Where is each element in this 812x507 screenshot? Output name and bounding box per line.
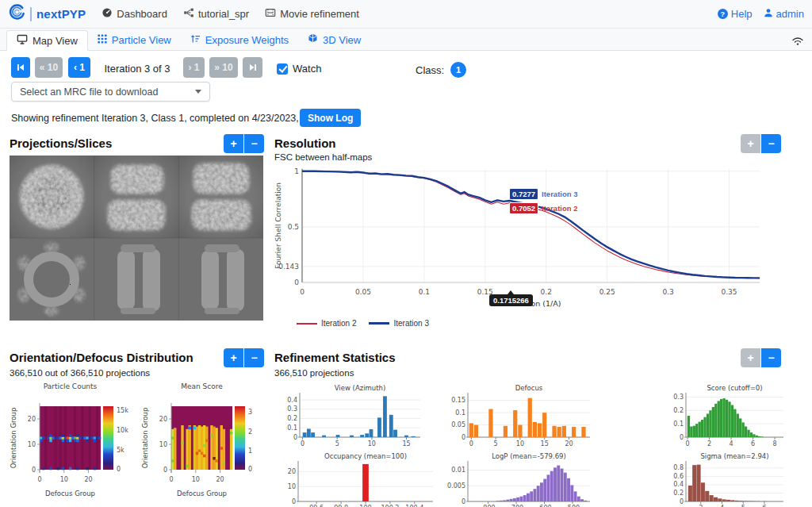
zoom-out-button[interactable]: − <box>244 348 264 367</box>
svg-text:0.5: 0.5 <box>288 223 299 231</box>
forward-1-button[interactable]: › 1 <box>183 57 205 78</box>
svg-text:Defocus Group: Defocus Group <box>45 490 95 497</box>
nav-dashboard[interactable]: Dashboard <box>102 7 167 21</box>
svg-text:0: 0 <box>301 440 304 447</box>
fsc-tooltip: 0.1715266 <box>489 294 533 306</box>
brand-name: nextPYP <box>36 7 86 21</box>
zoom-in-button[interactable]: + <box>224 348 243 367</box>
svg-text:0: 0 <box>37 476 41 483</box>
zoom-in-button[interactable]: + <box>741 134 760 153</box>
fsc-subtitle: FSC between half-maps <box>274 152 372 162</box>
svg-text:3: 3 <box>248 409 252 416</box>
svg-text:10: 10 <box>159 441 167 448</box>
svg-text:0.1: 0.1 <box>455 409 465 417</box>
fsc-label-iteration2: Iteration 2 <box>542 204 577 213</box>
svg-text:2: 2 <box>248 428 252 436</box>
svg-text:0: 0 <box>169 476 173 483</box>
svg-text:20: 20 <box>159 416 167 423</box>
svg-text:0.2: 0.2 <box>287 415 297 422</box>
svg-text:0: 0 <box>294 278 299 286</box>
legend-line-red <box>297 323 317 325</box>
occupancy-histogram: 0102099.699.8100100.2100.4Occupancy (mea… <box>274 451 454 507</box>
particle-counts-heatmap: 0102001020Particle CountsDefocus GroupOr… <box>6 378 136 507</box>
live-signal-icon[interactable] <box>791 35 804 49</box>
main-nav: Dashboard tutorial_spr Movie refinement <box>102 7 359 21</box>
svg-text:0.005: 0.005 <box>447 482 465 490</box>
projections-panel-title: Projections/Slices <box>10 136 112 150</box>
nav-help[interactable]: ? Help <box>718 8 753 20</box>
svg-text:Mean Score: Mean Score <box>181 382 223 390</box>
zoom-out-button[interactable]: − <box>761 348 781 367</box>
svg-text:10: 10 <box>60 476 68 483</box>
svg-text:0: 0 <box>462 498 465 505</box>
svg-text:20: 20 <box>85 476 93 483</box>
svg-text:0: 0 <box>293 434 297 441</box>
resolution-zoom-controls: + − <box>741 134 781 153</box>
view-tabbar: Map View Particle View Exposure Weights … <box>0 29 812 51</box>
nav-block-movie-refinement[interactable]: Movie refinement <box>265 7 359 21</box>
svg-text:Sigma (mean=2.94): Sigma (mean=2.94) <box>700 452 768 460</box>
svg-text:Defocus Group: Defocus Group <box>177 490 227 497</box>
svg-text:0.4: 0.4 <box>673 481 684 488</box>
show-log-button[interactable]: Show Log <box>300 109 361 127</box>
film-icon <box>265 7 276 21</box>
svg-text:0.4: 0.4 <box>287 397 297 404</box>
back-1-button[interactable]: ‹ 1 <box>68 57 90 78</box>
forward-10-button[interactable]: » 10 <box>209 57 238 78</box>
project-nodes-icon <box>183 7 194 21</box>
mrc-file-select[interactable]: Select an MRC file to download <box>11 82 210 102</box>
navbar-right: ? Help admin <box>718 8 804 20</box>
tab-particle-view-label: Particle View <box>112 34 171 46</box>
legend-item-iteration3: Iteration 3 <box>369 319 428 328</box>
zoom-out-button[interactable]: − <box>244 134 264 153</box>
projections-zoom-controls: + − <box>224 134 264 153</box>
statistics-zoom-controls: + − <box>741 348 781 367</box>
svg-text:LogP (mean=-579.69): LogP (mean=-579.69) <box>492 452 566 460</box>
brand[interactable]: nextPYP <box>8 4 86 25</box>
svg-text:0: 0 <box>469 440 473 447</box>
nav-project-label: tutorial_spr <box>198 8 249 20</box>
svg-text:0.05: 0.05 <box>451 421 465 428</box>
zoom-out-button[interactable]: − <box>761 134 781 153</box>
svg-text:0.8: 0.8 <box>673 464 684 471</box>
svg-text:0.3: 0.3 <box>287 405 297 413</box>
tab-3d-view[interactable]: 3D View <box>298 29 370 50</box>
first-iteration-button[interactable] <box>11 57 30 78</box>
svg-text:Orientation Group: Orientation Group <box>141 408 149 469</box>
svg-text:0: 0 <box>292 498 296 505</box>
fsc-annotation-iteration2: 0.7052 Iteration 2 <box>509 202 577 214</box>
svg-text:0.3: 0.3 <box>673 394 684 401</box>
svg-text:0.1: 0.1 <box>673 421 684 428</box>
svg-text:20: 20 <box>216 476 224 483</box>
svg-text:1: 1 <box>248 447 252 455</box>
back-10-button[interactable]: « 10 <box>35 57 63 78</box>
watch-checkbox[interactable]: Watch <box>277 63 321 75</box>
svg-text:Defocus: Defocus <box>515 384 543 392</box>
fsc-chart-area: 00.1430.5100.050.10.150.20.250.30.35Reso… <box>274 163 812 332</box>
svg-text:0.2: 0.2 <box>673 490 684 497</box>
last-iteration-button[interactable] <box>243 57 262 78</box>
nav-user[interactable]: admin <box>764 8 804 20</box>
fsc-label-iteration3: Iteration 3 <box>542 190 577 198</box>
tab-exposure-weights[interactable]: Exposure Weights <box>181 29 298 50</box>
tab-particle-view[interactable]: Particle View <box>88 29 181 50</box>
svg-text:0: 0 <box>117 466 121 473</box>
user-label: admin <box>776 8 804 20</box>
logp-histogram: 00.0050.01-800-700-600-500LogP (mean=-57… <box>446 451 625 507</box>
class-1-badge[interactable]: 1 <box>450 62 466 78</box>
zoom-in-button[interactable]: + <box>224 134 243 153</box>
zoom-in-button[interactable]: + <box>741 348 760 367</box>
checkbox-checked-icon <box>277 63 288 75</box>
svg-text:0: 0 <box>32 467 36 474</box>
svg-text:0: 0 <box>680 498 684 505</box>
svg-text:Occupancy (mean=100): Occupancy (mean=100) <box>324 452 407 460</box>
nav-project-tutorial-spr[interactable]: tutorial_spr <box>183 7 249 21</box>
iteration-label: Iteration 3 of 3 <box>94 63 181 75</box>
svg-text:0.2: 0.2 <box>541 288 552 296</box>
help-label: Help <box>731 8 753 20</box>
top-navbar: nextPYP Dashboard tutorial_spr Movie ref… <box>0 0 812 29</box>
view-azimuth-histogram: 00.10.20.30.4051015View (Azimuth) <box>274 382 454 449</box>
nextpyp-logo-icon <box>8 4 25 25</box>
tab-map-view[interactable]: Map View <box>6 30 88 51</box>
svg-text:20: 20 <box>288 468 296 475</box>
